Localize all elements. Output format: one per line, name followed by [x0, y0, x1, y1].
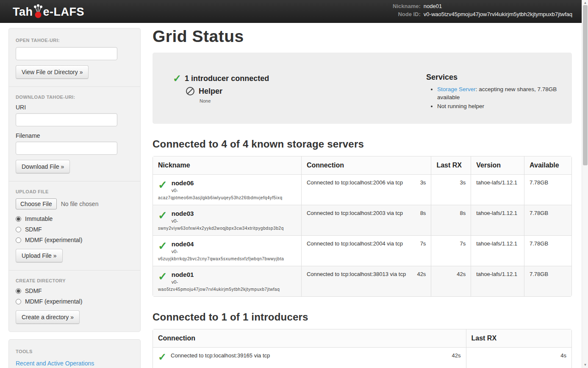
server-available: 7.78GB	[524, 205, 571, 235]
node-id-value: v0-wao5tzv45pmoju47jow7rvl4ukirjm5ytbh2k…	[424, 11, 572, 18]
connected-check-icon: ✓	[158, 179, 167, 193]
vertical-scrollbar[interactable]: ▲ ▼	[582, 0, 588, 368]
open-uri-input[interactable]	[16, 47, 117, 60]
connection-age: 42s	[417, 271, 426, 277]
server-version: tahoe-lafs/1.12.1	[471, 205, 524, 235]
table-header-row: Nickname Connection Last RX Version Avai…	[153, 156, 571, 174]
mkdir-mdmf-radio[interactable]	[16, 299, 21, 304]
server-connection: Connected to tcp:localhost:2003 via tcp	[307, 210, 403, 216]
server-last-rx: 8s	[431, 205, 471, 235]
sdmf-radio[interactable]	[16, 227, 21, 232]
server-id-prefix: v0-	[172, 249, 194, 254]
table-header-row: Connection Last RX	[153, 329, 571, 347]
service-item: Storage Server: accepting new shares, 7.…	[437, 85, 560, 101]
services-title: Services	[426, 73, 560, 82]
introducers-table: Connection Last RX ✓ Connected to tcp:lo…	[153, 329, 572, 368]
server-nickname: node01	[172, 271, 194, 278]
mdmf-radio[interactable]	[16, 237, 21, 243]
logo-text-post: e-LAFS	[43, 6, 85, 19]
section-divider	[9, 181, 140, 181]
upload-file-button[interactable]: Upload File »	[16, 249, 63, 262]
mkdir-sdmf-radio[interactable]	[16, 288, 21, 294]
download-file-button[interactable]: Download File »	[16, 160, 70, 173]
introducer-connection: Connected to tcp:localhost:39165 via tcp	[171, 352, 270, 359]
server-last-rx: 42s	[431, 266, 471, 296]
connection-age: 7s	[420, 240, 426, 247]
choose-file-button[interactable]: Choose File	[16, 198, 57, 209]
server-nickname: node03	[172, 210, 194, 217]
connected-check-icon: ✓	[158, 210, 167, 223]
section-divider	[9, 86, 140, 87]
mkdir-format-option-mdmf[interactable]: MDMF (experimental)	[16, 298, 133, 305]
create-directory-label: CREATE DIRECTORY	[16, 278, 133, 283]
main-content: Grid Status ✓ 1 introducer connected Hel…	[153, 23, 572, 368]
tahoe-molecule-icon	[33, 4, 43, 19]
services-section: Services Storage Server: accepting new s…	[426, 63, 562, 111]
connected-check-icon: ✓	[158, 240, 167, 254]
scroll-down-icon[interactable]: ▼	[582, 362, 588, 368]
servers-heading: Connected to 4 of 4 known storage server…	[153, 138, 572, 150]
upload-format-option-mdmf[interactable]: MDMF (experimental)	[16, 237, 133, 243]
open-uri-label: OPEN TAHOE-URI:	[16, 38, 133, 43]
server-available: 7.78GB	[524, 235, 571, 266]
recent-operations-link[interactable]: Recent and Active Operations	[16, 360, 94, 367]
immutable-radio[interactable]	[16, 216, 21, 222]
helper-value: None	[200, 98, 269, 103]
no-helper-icon	[186, 86, 195, 96]
uri-field-label: URI	[16, 104, 133, 111]
create-directory-button[interactable]: Create a directory »	[16, 310, 80, 324]
server-id-hash: v6zuyjkbrrkqy2bvc2cny7qwax5sxumedsxfzfjw…	[158, 256, 296, 261]
introducer-status-text: 1 introducer connected	[185, 74, 269, 83]
server-version: tahoe-lafs/1.12.1	[471, 235, 524, 266]
open-uri-section: OPEN TAHOE-URI: View File or Directory »	[16, 38, 133, 79]
connected-check-icon: ✓	[158, 352, 166, 362]
upload-format-option-immutable[interactable]: Immutable	[16, 215, 133, 222]
check-icon: ✓	[173, 74, 181, 83]
download-uri-input[interactable]	[16, 113, 117, 126]
nickname-value: node01	[424, 3, 572, 10]
logo-text-pre: Tah	[13, 6, 33, 19]
server-row: ✓ node01 v0- wao5tzv45pmoju47jow7rvl4uki…	[153, 266, 571, 296]
section-divider	[9, 270, 140, 270]
server-id-hash: acaz7qptmeo6m3asjlgkb6iwlyuqey53hz26tbdm…	[158, 195, 296, 200]
upload-format-option-sdmf[interactable]: SDMF	[16, 226, 133, 233]
create-directory-section: CREATE DIRECTORY SDMF MDMF (experimental…	[16, 278, 133, 324]
connection-status: ✓ 1 introducer connected Helper None	[163, 63, 269, 111]
server-row: ✓ node04 v0- v6zuyjkbrrkqy2bvc2cny7qwax5…	[153, 235, 571, 266]
server-row: ✓ node06 v0- acaz7qptmeo6m3asjlgkb6iwlyu…	[153, 174, 571, 205]
server-id-prefix: v0-	[172, 218, 194, 223]
radio-label: Immutable	[25, 215, 53, 222]
mkdir-format-option-sdmf[interactable]: SDMF	[16, 287, 133, 294]
storage-server-link[interactable]: Storage Server	[437, 86, 476, 92]
service-item-text: Not running helper	[437, 103, 484, 109]
scrollbar-thumb[interactable]	[583, 5, 588, 165]
node-identity: Nickname: node01 Node ID: v0-wao5tzv45pm…	[393, 3, 572, 18]
server-version: tahoe-lafs/1.12.1	[471, 266, 524, 296]
node-id-label: Node ID:	[393, 11, 421, 18]
col-available: Available	[524, 156, 571, 174]
server-nickname: node06	[172, 179, 194, 187]
server-connection: Connected to tcp:localhost:2004 via tcp	[307, 240, 403, 247]
connected-check-icon: ✓	[158, 271, 167, 284]
col-nickname: Nickname	[153, 156, 301, 174]
col-last-rx: Last RX	[466, 329, 571, 347]
tools-panel: TOOLS Recent and Active Operations	[8, 339, 141, 368]
radio-label: SDMF	[25, 226, 42, 233]
server-last-rx: 3s	[431, 174, 471, 205]
tahoe-lafs-logo: Tah e-LAFS	[13, 4, 84, 19]
col-connection: Connection	[301, 156, 431, 174]
top-bar: Tah e-LAFS Nickname: node01 Node ID: v0-…	[0, 0, 582, 23]
server-id-prefix: v0-	[172, 279, 194, 284]
view-file-button[interactable]: View File or Directory »	[16, 65, 89, 79]
server-nickname: node04	[172, 240, 194, 248]
radio-label: SDMF	[25, 287, 42, 294]
connection-age: 42s	[452, 352, 461, 362]
download-filename-input[interactable]	[16, 142, 117, 155]
sidebar-forms-panel: OPEN TAHOE-URI: View File or Directory »…	[8, 28, 141, 332]
filename-field-label: Filename	[16, 132, 133, 139]
nickname-label: Nickname:	[393, 3, 421, 10]
server-last-rx: 7s	[431, 235, 471, 266]
sidebar: OPEN TAHOE-URI: View File or Directory »…	[8, 28, 141, 368]
radio-label: MDMF (experimental)	[25, 237, 82, 243]
server-connection: Connected to tcp:localhost:2006 via tcp	[307, 179, 403, 186]
